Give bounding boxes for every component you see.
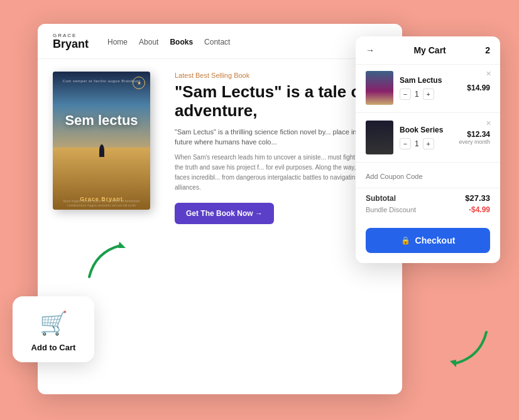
get-book-button[interactable]: Get The Book Now → [175, 203, 274, 224]
checkout-label: Checkout [415, 235, 456, 245]
cart-back-icon[interactable]: → [366, 45, 374, 55]
nav-links: Home About Books Contact [107, 36, 230, 47]
qty-val-1: 1 [415, 90, 419, 99]
coupon-divider [356, 188, 500, 188]
cart-item-2-price: $12.34 [459, 130, 490, 139]
cart-remove-1[interactable]: ✕ [486, 70, 491, 78]
cart-item-1-price: $14.99 [467, 83, 490, 92]
logo: GRACE Bryant [53, 33, 89, 50]
qty-val-2: 1 [415, 139, 419, 148]
qty-decrease-1[interactable]: − [400, 89, 411, 100]
cart-icon-big: 🛒 [40, 310, 68, 337]
coupon-input[interactable] [366, 173, 490, 180]
subtotal-label: Subtotal [366, 194, 396, 203]
checkout-button[interactable]: 🔒 Checkout [366, 228, 490, 253]
qty-decrease-2[interactable]: − [400, 138, 411, 149]
cart-item-1-name: Sam Lectus [400, 76, 461, 85]
cart-item-2: Book Series − 1 + $12.34 every month ✕ [356, 114, 500, 161]
logo-bryant: Bryant [53, 38, 89, 50]
cart-qty-control-1: − 1 + [400, 89, 461, 100]
discount-row: Bundle Discount -$4.99 [366, 205, 490, 214]
cart-qty-control-2: − 1 + [400, 138, 452, 149]
cart-totals: Subtotal $27.33 Bundle Discount -$4.99 [356, 193, 500, 223]
discount-label: Bundle Discount [366, 206, 416, 213]
cart-item-1-price-area: $14.99 [467, 83, 490, 92]
cover-title: Sem lectus [53, 113, 150, 128]
arrow-up-right [83, 239, 133, 283]
cart-item-1-info: Sam Lectus − 1 + [400, 76, 461, 100]
cart-count: 2 [485, 45, 490, 55]
subtotal-row: Subtotal $27.33 [366, 193, 490, 203]
cart-thumb-1 [366, 71, 393, 105]
nav-contact[interactable]: Contact [204, 38, 230, 46]
nav-about[interactable]: About [139, 38, 158, 46]
svg-marker-1 [450, 360, 456, 367]
cart-header: → My Cart 2 [356, 36, 500, 65]
svg-marker-0 [118, 242, 126, 248]
nav-books[interactable]: Books [170, 38, 193, 46]
qty-increase-1[interactable]: + [423, 89, 434, 100]
cart-remove-2[interactable]: ✕ [486, 119, 491, 127]
cart-divider-1 [356, 112, 500, 113]
book-cover: ★ Cum semper et facilisi augue Brandiunt… [53, 72, 150, 210]
cart-title: My Cart [380, 45, 480, 55]
navigation: GRACE Bryant Home About Books Contact [38, 24, 402, 59]
discount-value: -$4.99 [469, 205, 490, 214]
cover-footer: Nunc magna semper quam do um mollis ad f… [53, 199, 150, 210]
cart-panel: → My Cart 2 Sam Lectus − 1 + $14.99 ✕ Bo… [356, 36, 500, 263]
add-to-cart-card: 🛒 Add to Cart [13, 296, 94, 362]
arrow-down-left [442, 326, 493, 370]
lock-icon: 🔒 [401, 236, 410, 245]
coupon-area [356, 164, 500, 188]
cart-item-2-name: Book Series [400, 126, 452, 134]
cover-subtitle: Cum semper et facilisi augue Brandiunt [53, 79, 150, 83]
cart-divider-2 [356, 162, 500, 163]
cover-badge: ★ [133, 77, 145, 89]
qty-increase-2[interactable]: + [423, 138, 434, 149]
cart-item-2-price-sub: every month [459, 139, 490, 145]
cover-figure [99, 144, 104, 157]
cart-item-2-price-area: $12.34 every month [459, 130, 490, 145]
cart-thumb-2 [366, 121, 393, 154]
subtotal-value: $27.33 [465, 193, 490, 203]
cart-item-2-info: Book Series − 1 + [400, 126, 452, 149]
add-to-cart-label: Add to Cart [31, 343, 76, 352]
cart-item-1: Sam Lectus − 1 + $14.99 ✕ [356, 65, 500, 111]
nav-home[interactable]: Home [107, 38, 128, 46]
